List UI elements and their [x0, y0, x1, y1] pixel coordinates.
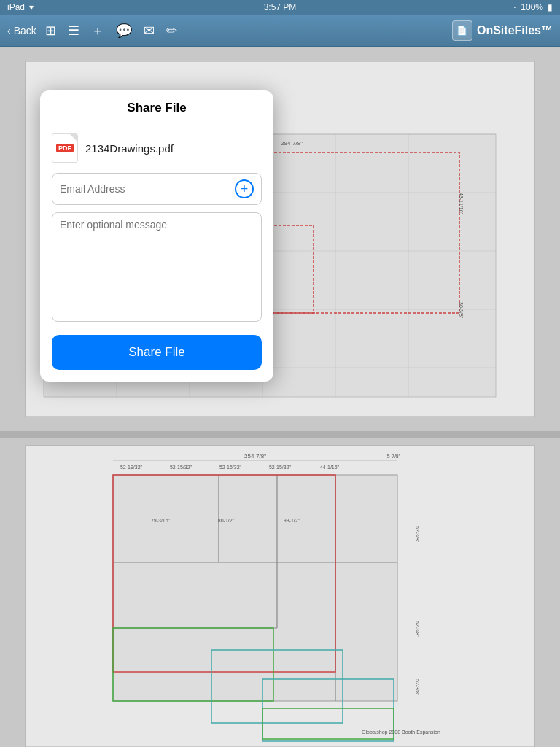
comment-icon[interactable]: 💬 [116, 23, 132, 39]
pdf-file-icon: PDF [52, 133, 78, 163]
email-input[interactable] [60, 183, 235, 195]
svg-text:52-3/8": 52-3/8" [415, 679, 420, 696]
file-name-label: 2134Drawings.pdf [85, 142, 174, 155]
file-row: PDF 2134Drawings.pdf [52, 133, 262, 163]
wifi-icon: ▾ [29, 2, 34, 12]
battery-icon: ▮ [548, 2, 553, 12]
grid-icon[interactable]: ⊞ [45, 23, 56, 39]
svg-text:5-7/8": 5-7/8" [387, 454, 401, 459]
share-file-button[interactable]: Share File [52, 335, 262, 370]
add-icon[interactable]: ＋ [91, 22, 104, 39]
svg-text:52-15/32": 52-15/32" [170, 465, 192, 470]
svg-text:Globalshop 2008 Booth Expansio: Globalshop 2008 Booth Expansion [362, 729, 440, 735]
svg-text:52-3/8": 52-3/8" [415, 526, 420, 543]
brand-icon: 📄 [452, 20, 472, 41]
back-chevron-icon: ‹ [7, 25, 11, 36]
pencil-icon[interactable]: ✏ [166, 23, 177, 39]
svg-text:52-15/32": 52-15/32" [269, 465, 292, 470]
status-bar: iPad ▾ 3:57 PM ⋅ 100% ▮ [0, 0, 560, 15]
list-icon[interactable]: ☰ [68, 23, 79, 39]
svg-text:254-7/8": 254-7/8" [244, 453, 266, 460]
status-left: iPad ▾ [7, 2, 34, 12]
modal-title: Share File [40, 90, 273, 123]
svg-text:43-11/16": 43-11/16" [459, 193, 464, 215]
svg-text:52-15/32": 52-15/32" [219, 465, 242, 470]
pdf-badge: PDF [56, 144, 74, 152]
brand-logo: 📄 OnSiteFiles™ [452, 20, 553, 41]
message-input[interactable] [52, 212, 262, 322]
page-area: 294-7/8" 43-11/16" 36-3/8" Share File PD… [0, 47, 560, 747]
blueprint-bottom-svg: 254-7/8" 5-7/8" 52-19/32" 52-15/32" 52-1… [0, 438, 560, 747]
back-button[interactable]: ‹ Back [7, 25, 36, 36]
status-right: ⋅ 100% ▮ [513, 2, 553, 12]
battery-label: 100% [521, 2, 543, 12]
svg-text:80-1/2": 80-1/2" [218, 518, 235, 523]
status-time: 3:57 PM [264, 2, 297, 12]
back-label: Back [14, 25, 36, 36]
svg-rect-28 [113, 475, 397, 701]
toolbar-right: 📄 OnSiteFiles™ [452, 20, 553, 41]
ipad-label: iPad [7, 2, 25, 12]
svg-text:93-1/2": 93-1/2" [284, 518, 300, 523]
email-icon[interactable]: ✉ [144, 23, 155, 39]
bluetooth-icon: ⋅ [513, 2, 516, 12]
svg-text:44-1/16": 44-1/16" [320, 465, 340, 470]
svg-text:294-7/8": 294-7/8" [281, 140, 303, 147]
email-input-row[interactable]: + [52, 173, 262, 205]
blueprint-bottom-page: 254-7/8" 5-7/8" 52-19/32" 52-15/32" 52-1… [0, 438, 560, 747]
add-recipient-button[interactable]: + [235, 179, 254, 198]
brand-name: OnSiteFiles™ [477, 24, 553, 37]
toolbar: ‹ Back ⊞ ☰ ＋ 💬 ✉ ✏ 📄 OnSiteFiles™ [0, 15, 560, 47]
svg-text:52-3/8": 52-3/8" [415, 621, 420, 638]
svg-text:52-19/32": 52-19/32" [120, 465, 143, 470]
toolbar-icons: ⊞ ☰ ＋ 💬 ✉ ✏ [45, 22, 177, 39]
share-file-modal: Share File PDF 2134Drawings.pdf [40, 90, 273, 382]
pdf-icon-body: PDF [52, 133, 78, 163]
blueprint-top-page: 294-7/8" 43-11/16" 36-3/8" Share File PD… [0, 47, 560, 431]
svg-text:79-3/16": 79-3/16" [151, 518, 171, 523]
svg-text:36-3/8": 36-3/8" [459, 302, 464, 319]
page-divider [0, 431, 560, 438]
toolbar-left: ‹ Back ⊞ ☰ ＋ 💬 ✉ ✏ [7, 22, 177, 39]
modal-body: PDF 2134Drawings.pdf + [40, 123, 273, 335]
